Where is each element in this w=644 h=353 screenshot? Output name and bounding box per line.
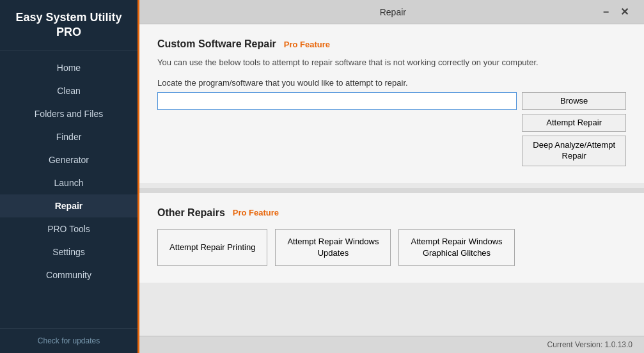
custom-repair-description: You can use the below tools to attempt t… [157, 56, 626, 69]
repair-controls: Browse Attempt Repair Deep Analyze/Attem… [157, 92, 626, 166]
custom-repair-header: Custom Software Repair Pro Feature [157, 38, 626, 50]
sidebar-item-home[interactable]: Home [0, 56, 137, 79]
sidebar-item-settings[interactable]: Settings [0, 240, 137, 263]
sidebar-item-clean[interactable]: Clean [0, 79, 137, 102]
main-content: Repair − ✕ Custom Software Repair Pro Fe… [139, 0, 644, 353]
sidebar: Easy System Utility PRO HomeCleanFolders… [0, 0, 139, 353]
window-title: Repair [188, 7, 598, 17]
deep-analyze-button[interactable]: Deep Analyze/Attempt Repair [522, 136, 626, 166]
sidebar-item-repair[interactable]: Repair [0, 194, 137, 217]
attempt-repair-button[interactable]: Attempt Repair [522, 114, 626, 132]
repair-top-row: Browse Attempt Repair Deep Analyze/Attem… [157, 92, 626, 166]
input-row [157, 92, 517, 110]
sidebar-item-pro-tools[interactable]: PRO Tools [0, 217, 137, 240]
other-repairs-buttons: Attempt Repair PrintingAttempt Repair Wi… [157, 229, 626, 266]
custom-repair-pro-badge: Pro Feature [284, 40, 330, 49]
sidebar-item-generator[interactable]: Generator [0, 148, 137, 171]
other-repairs-section: Other Repairs Pro Feature Attempt Repair… [139, 193, 644, 283]
other-repairs-title: Other Repairs [157, 207, 225, 219]
nav-menu: HomeCleanFolders and FilesFinderGenerato… [0, 56, 137, 286]
custom-repair-title: Custom Software Repair [157, 38, 276, 50]
custom-software-repair-section: Custom Software Repair Pro Feature You c… [139, 24, 644, 183]
app-title: Easy System Utility PRO [0, 0, 137, 51]
sidebar-item-finder[interactable]: Finder [0, 125, 137, 148]
minimize-button[interactable]: − [598, 4, 614, 19]
other-repairs-pro-badge: Pro Feature [233, 208, 279, 217]
sidebar-item-folders-files[interactable]: Folders and Files [0, 102, 137, 125]
close-button[interactable]: ✕ [615, 4, 634, 19]
repair-graphical-button[interactable]: Attempt Repair Windows Graphical Glitche… [398, 229, 514, 266]
sidebar-item-community[interactable]: Community [0, 263, 137, 286]
repair-input-section [157, 92, 517, 115]
browse-button[interactable]: Browse [522, 92, 626, 110]
repair-buttons-col: Browse Attempt Repair Deep Analyze/Attem… [522, 92, 626, 166]
footer: Current Version: 1.0.13.0 [139, 336, 644, 353]
content-area: Custom Software Repair Pro Feature You c… [139, 24, 644, 336]
repair-updates-button[interactable]: Attempt Repair Windows Updates [275, 229, 391, 266]
check-for-updates-link[interactable]: Check for updates [0, 328, 137, 353]
repair-printing-button[interactable]: Attempt Repair Printing [157, 229, 267, 266]
program-path-input[interactable] [157, 92, 517, 110]
version-label: Current Version: 1.0.13.0 [547, 340, 632, 349]
other-repairs-header: Other Repairs Pro Feature [157, 207, 626, 219]
sidebar-item-launch[interactable]: Launch [0, 171, 137, 194]
section-divider [139, 188, 644, 193]
locate-label: Locate the program/software that you wou… [157, 78, 626, 88]
titlebar: Repair − ✕ [139, 0, 644, 24]
